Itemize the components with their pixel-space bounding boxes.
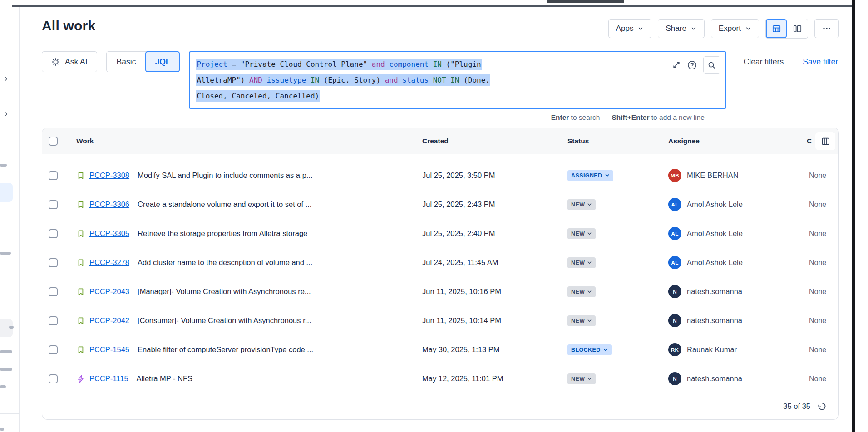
row-checkbox[interactable]: [49, 316, 58, 325]
search-button[interactable]: [703, 56, 720, 74]
row-checkbox[interactable]: [49, 374, 58, 383]
page-title: All work: [42, 18, 95, 34]
apps-button[interactable]: Apps: [608, 19, 652, 38]
story-icon: [76, 171, 85, 180]
category-cell: None: [804, 335, 838, 364]
assignee-cell: MB MIKE BERHAN: [660, 161, 804, 190]
row-checkbox[interactable]: [49, 345, 58, 354]
row-checkbox[interactable]: [49, 200, 58, 209]
issue-key-link[interactable]: PCCP-1115: [89, 374, 128, 383]
status-badge[interactable]: BLOCKED: [567, 344, 612, 355]
category-cell: None: [804, 364, 838, 393]
column-picker-button[interactable]: [815, 132, 835, 150]
chevron-down-icon: [603, 347, 608, 352]
avatar: RK: [668, 343, 681, 356]
save-filter-link[interactable]: Save filter: [803, 57, 838, 67]
status-badge[interactable]: NEW: [567, 286, 596, 297]
export-button-label: Export: [719, 24, 741, 33]
refresh-icon[interactable]: [817, 402, 827, 411]
issue-key-link[interactable]: PCCP-2042: [89, 316, 129, 325]
column-header-status[interactable]: Status: [559, 128, 660, 154]
row-select-cell: [42, 277, 64, 306]
issue-key-link[interactable]: PCCP-3308: [89, 171, 129, 180]
category-cell: None: [804, 219, 838, 248]
chevron-right-icon[interactable]: [3, 111, 9, 117]
status-badge[interactable]: NEW: [567, 373, 596, 384]
status-cell: NEW: [559, 277, 660, 306]
ask-ai-button[interactable]: Ask AI: [42, 51, 97, 72]
created-cell: Jul 25, 2025, 2:43 PM: [414, 190, 559, 219]
sidebar-selected-item-fragment: [0, 183, 13, 202]
status-cell: NEW: [559, 190, 660, 219]
table-view-button[interactable]: [766, 19, 787, 38]
row-checkbox[interactable]: [49, 258, 58, 267]
table-header: Work Created Status Assignee C: [42, 128, 838, 154]
row-checkbox[interactable]: [49, 171, 58, 180]
created-value: May 30, 2025, 1:13 PM: [422, 345, 500, 354]
expand-icon[interactable]: [672, 60, 681, 69]
column-header-created[interactable]: Created: [414, 128, 559, 154]
share-button-label: Share: [666, 24, 686, 33]
collapsed-sidebar-edge: [0, 7, 20, 432]
help-icon[interactable]: [687, 60, 697, 70]
avatar: N: [668, 285, 681, 298]
issue-summary: Retrieve the storage properties from All…: [138, 229, 307, 238]
jql-editor[interactable]: Project = "Private Cloud Control Plane" …: [189, 51, 726, 109]
status-label: NEW: [571, 289, 585, 295]
category-cell: None: [804, 161, 838, 190]
status-badge[interactable]: NEW: [567, 257, 596, 268]
sidebar-text-fragment: [9, 326, 14, 329]
sidebar-text-fragment: [0, 164, 7, 167]
assignee-name: natesh.somanna: [687, 316, 742, 325]
work-cell: PCCP-3278 Add cluster name to the descri…: [64, 248, 414, 277]
category-value: None: [809, 259, 826, 267]
status-badge[interactable]: NEW: [567, 199, 596, 210]
jql-mode-button[interactable]: JQL: [145, 51, 180, 72]
issue-summary: [Consumer]- Volume Creation with Asynchr…: [138, 316, 311, 325]
chevron-right-icon[interactable]: [3, 76, 9, 82]
assignee-cell: AL Amol Ashok Lele: [660, 219, 804, 248]
export-button[interactable]: Export: [711, 19, 759, 38]
detail-view-button[interactable]: [787, 19, 808, 38]
jql-code: Project = "Private Cloud Control Plane" …: [196, 56, 665, 104]
assignee-cell: N natesh.somanna: [660, 306, 804, 335]
issue-key-link[interactable]: PCCP-3278: [89, 258, 129, 267]
column-header-assignee[interactable]: Assignee: [660, 128, 804, 154]
status-cell: ASSIGNED: [559, 161, 660, 190]
category-value: None: [809, 288, 826, 296]
more-button[interactable]: [814, 19, 839, 38]
table-view-icon: [772, 24, 781, 34]
basic-mode-button[interactable]: Basic: [107, 52, 146, 72]
row-select-cell: [42, 190, 64, 219]
row-select-cell: [42, 364, 64, 393]
status-label: NEW: [571, 260, 585, 266]
jql-editor-actions: [672, 56, 720, 74]
created-cell: Jun 11, 2025, 10:14 PM: [414, 306, 559, 335]
status-label: ASSIGNED: [571, 172, 602, 179]
epic-icon: [76, 374, 85, 383]
row-checkbox[interactable]: [49, 287, 58, 296]
issue-key-link[interactable]: PCCP-2043: [89, 287, 129, 296]
clear-filters-button[interactable]: Clear filters: [744, 57, 784, 67]
column-header-work[interactable]: Work: [64, 128, 414, 154]
created-cell: May 30, 2025, 1:13 PM: [414, 335, 559, 364]
row-checkbox[interactable]: [49, 229, 58, 238]
status-badge[interactable]: ASSIGNED: [567, 170, 613, 181]
select-all-checkbox[interactable]: [49, 137, 58, 146]
assignee-cell: RK Raunak Kumar: [660, 335, 804, 364]
work-cell: PCCP-1115 Alletra MP - NFS: [64, 364, 414, 393]
columns-icon: [821, 137, 830, 146]
status-badge[interactable]: NEW: [567, 228, 596, 239]
issue-key-link[interactable]: PCCP-1545: [89, 345, 129, 354]
issue-key-link[interactable]: PCCP-3306: [89, 200, 129, 209]
created-value: Jul 24, 2025, 11:45 AM: [422, 258, 498, 267]
avatar: AL: [668, 227, 681, 240]
status-badge[interactable]: NEW: [567, 315, 596, 326]
share-button[interactable]: Share: [658, 19, 704, 38]
issue-key-link[interactable]: PCCP-3305: [89, 229, 129, 238]
partial-scrolled-row: [42, 154, 838, 161]
status-label: BLOCKED: [571, 347, 601, 353]
avatar: AL: [668, 198, 681, 211]
assignee-name: Raunak Kumar: [687, 345, 737, 354]
category-cell: None: [804, 306, 838, 335]
